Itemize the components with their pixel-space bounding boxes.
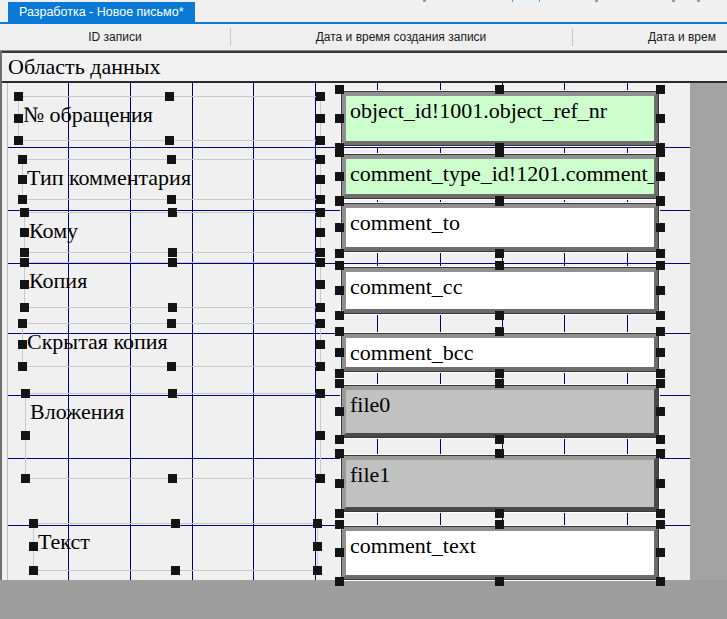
selection-handle[interactable] (316, 431, 325, 440)
selection-handle[interactable] (656, 148, 665, 157)
field-object-ref-nr[interactable]: object_id!1001.object_ref_nr (340, 90, 660, 147)
selection-handle[interactable] (656, 311, 665, 320)
selection-handle[interactable] (495, 327, 504, 336)
selection-handle[interactable] (316, 303, 325, 312)
selection-handle[interactable] (18, 319, 27, 328)
selection-handle[interactable] (495, 435, 504, 444)
selection-handle[interactable] (21, 389, 30, 398)
selection-handle[interactable] (18, 340, 27, 349)
selection-handle[interactable] (656, 172, 665, 181)
selection-handle[interactable] (656, 348, 665, 357)
selection-handle[interactable] (20, 303, 29, 312)
selection-handle[interactable] (316, 340, 325, 349)
label-text[interactable]: Текст (33, 523, 318, 571)
selection-handle[interactable] (313, 542, 322, 551)
selection-handle[interactable] (168, 258, 177, 267)
selection-handle[interactable] (18, 362, 27, 371)
selection-handle[interactable] (316, 195, 325, 204)
selection-handle[interactable] (656, 197, 665, 206)
selection-handle[interactable] (656, 369, 665, 378)
selection-handle[interactable] (316, 389, 325, 398)
selection-handle[interactable] (335, 379, 344, 388)
selection-handle[interactable] (29, 566, 38, 575)
selection-handle[interactable] (20, 208, 29, 217)
selection-handle[interactable] (167, 155, 176, 164)
selection-handle[interactable] (656, 435, 665, 444)
selection-handle[interactable] (656, 261, 665, 270)
column-header-created[interactable]: Дата и время создания записи (230, 24, 572, 50)
selection-handle[interactable] (316, 248, 325, 257)
selection-handle[interactable] (335, 348, 344, 357)
selection-handle[interactable] (14, 114, 23, 123)
selection-handle[interactable] (168, 389, 177, 398)
selection-handle[interactable] (316, 319, 325, 328)
selection-handle[interactable] (20, 228, 29, 237)
selection-handle[interactable] (656, 114, 665, 123)
selection-handle[interactable] (335, 286, 344, 295)
selection-handle[interactable] (335, 261, 344, 270)
band-header-data-area[interactable]: Область данных (0, 53, 727, 81)
selection-handle[interactable] (168, 474, 177, 483)
selection-handle[interactable] (656, 286, 665, 295)
selection-handle[interactable] (335, 249, 344, 258)
selection-handle[interactable] (335, 369, 344, 378)
selection-handle[interactable] (167, 362, 176, 371)
selection-handle[interactable] (335, 148, 344, 157)
selection-handle[interactable] (18, 175, 27, 184)
selection-handle[interactable] (656, 407, 665, 416)
field-file0[interactable]: file0 (340, 384, 660, 439)
selection-handle[interactable] (168, 248, 177, 257)
selection-handle[interactable] (168, 208, 177, 217)
selection-handle[interactable] (316, 362, 325, 371)
selection-handle[interactable] (495, 85, 504, 94)
selection-handle[interactable] (165, 136, 174, 145)
label-bcc[interactable]: Скрытая копия (22, 323, 321, 367)
field-comment-cc[interactable]: comment_cc (340, 266, 660, 315)
selection-handle[interactable] (20, 248, 29, 257)
selection-handle[interactable] (29, 519, 38, 528)
selection-handle[interactable] (316, 136, 325, 145)
selection-handle[interactable] (495, 369, 504, 378)
selection-handle[interactable] (335, 311, 344, 320)
column-header-modified[interactable]: Дата и врем (648, 24, 716, 50)
selection-handle[interactable] (656, 577, 665, 586)
selection-handle[interactable] (656, 85, 665, 94)
selection-handle[interactable] (495, 520, 504, 529)
label-request-number[interactable]: № обращения (18, 96, 321, 141)
label-to[interactable]: Кому (24, 212, 321, 253)
selection-handle[interactable] (495, 577, 504, 586)
selection-handle[interactable] (335, 548, 344, 557)
selection-handle[interactable] (335, 509, 344, 518)
selection-handle[interactable] (495, 311, 504, 320)
selection-handle[interactable] (495, 148, 504, 157)
selection-handle[interactable] (335, 197, 344, 206)
selection-handle[interactable] (316, 228, 325, 237)
selection-handle[interactable] (29, 542, 38, 551)
selection-handle[interactable] (168, 303, 177, 312)
selection-handle[interactable] (21, 431, 30, 440)
selection-handle[interactable] (335, 407, 344, 416)
field-comment-bcc[interactable]: comment_bcc (340, 332, 660, 373)
selection-handle[interactable] (656, 509, 665, 518)
selection-handle[interactable] (656, 449, 665, 458)
label-cc[interactable]: Копия (24, 262, 321, 308)
selection-handle[interactable] (335, 449, 344, 458)
column-header-record-id[interactable]: ID записи (0, 24, 230, 50)
selection-handle[interactable] (316, 92, 325, 101)
field-comment-to[interactable]: comment_to (340, 202, 660, 253)
selection-handle[interactable] (335, 327, 344, 336)
selection-handle[interactable] (313, 519, 322, 528)
selection-handle[interactable] (495, 249, 504, 258)
selection-handle[interactable] (171, 566, 180, 575)
field-file1[interactable]: file1 (340, 454, 660, 513)
selection-handle[interactable] (18, 155, 27, 164)
selection-handle[interactable] (316, 155, 325, 164)
selection-handle[interactable] (18, 195, 27, 204)
selection-handle[interactable] (167, 319, 176, 328)
selection-handle[interactable] (14, 136, 23, 145)
tab-development[interactable]: Разработка - Новое письмо* (8, 2, 195, 22)
selection-handle[interactable] (335, 479, 344, 488)
selection-handle[interactable] (20, 258, 29, 267)
selection-handle[interactable] (495, 261, 504, 270)
label-comment-type[interactable]: Тип комментария (22, 159, 321, 200)
